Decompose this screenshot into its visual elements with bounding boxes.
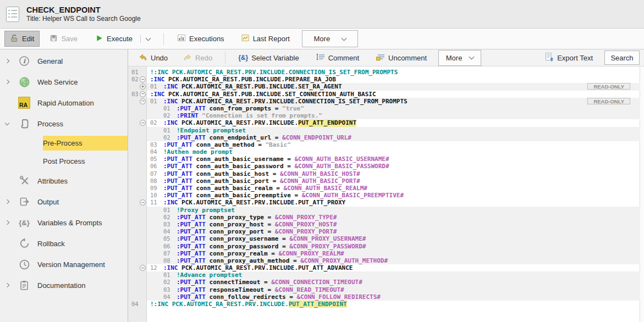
code-line[interactable]: 04:PUT_ATT conn_proxy_port = &CONN_PROXY…: [128, 228, 640, 235]
editor-more-dropdown[interactable]: More: [438, 50, 481, 66]
code-line[interactable]: 07:PUT_ATT conn_auth_basic_host = &CONN_…: [128, 170, 640, 177]
code-line[interactable]: 10:PUT_ATT conn_auth_basic_preemptive = …: [128, 192, 640, 199]
code-line-gutter: 01: [128, 69, 147, 76]
nested-line-number: 04: [163, 228, 171, 235]
code-line[interactable]: 03−:INC PCK.AUTOMIC_RA_REST.PUB.INCLUDE.…: [128, 91, 640, 98]
sidebar-item-rollback[interactable]: Rollback: [0, 233, 128, 254]
last-report-button[interactable]: Last Report: [235, 31, 295, 47]
code-line[interactable]: 01!:INC PCK.AUTOMIC_RA_REST.PRV.INCLUDE.…: [128, 69, 640, 76]
code-line[interactable]: 08:PUT_ATT conn_auth_basic_port = &CONN_…: [128, 177, 640, 185]
sidebar-item-process[interactable]: Process: [0, 113, 128, 134]
code-line[interactable]: 08:PUT_ATT conn_proxy_auth_method = &CON…: [128, 257, 640, 264]
collapse-icon[interactable]: −: [140, 91, 146, 97]
save-button[interactable]: Save: [44, 31, 83, 47]
nested-line-number: 08: [163, 257, 171, 264]
editor-toolbar: Undo Redo {&} Select Variable: [128, 49, 644, 66]
execute-button[interactable]: Execute: [90, 31, 156, 47]
sidebar-item-rapid-automation[interactable]: RARapid Automation: [0, 92, 128, 113]
collapse-icon[interactable]: −: [140, 265, 146, 271]
code-line[interactable]: 07:PUT_ATT conn_proxy_realm = &CONN_PROX…: [128, 250, 640, 257]
sidebar-item-pre-process[interactable]: Pre-Process: [0, 134, 128, 152]
code-line[interactable]: 01!Proxy promptset: [128, 207, 640, 214]
code-line[interactable]: 01!Endpoint promptset: [128, 127, 640, 134]
code-line[interactable]: 05:PUT_ATT conn_auth_basic_username = &C…: [128, 156, 640, 163]
code-line[interactable]: 04:PUT_ATT conn_follow_redirects = &CONN…: [128, 293, 640, 301]
code-line[interactable]: −01:INC PCK.AUTOMIC_RA_REST.PRV.INCLUDE.…: [128, 98, 640, 105]
redo-button[interactable]: Redo: [179, 51, 216, 65]
code-line-text: 08:PUT_ATT conn_proxy_auth_method = &CON…: [147, 257, 640, 264]
nested-line-number: 04: [163, 293, 171, 301]
nested-line-number: 09: [150, 185, 158, 192]
code-line[interactable]: 02:PUT_ATT conn_proxy_type = &CONN_PROXY…: [128, 214, 640, 221]
code-line[interactable]: 02:PRINT "Connection is set from prompts…: [128, 112, 640, 119]
read-only-badge: READ-ONLY: [587, 98, 630, 104]
chevron-right-icon[interactable]: [5, 220, 9, 225]
sidebar-item-label: Process: [37, 120, 63, 128]
comment-button[interactable]: Comment: [312, 51, 363, 65]
sidebar-item-variables-prompts[interactable]: {&}Variables & Prompts: [0, 212, 128, 233]
code-line[interactable]: 05:PUT_ATT conn_proxy_username = &CONN_P…: [128, 235, 640, 242]
collapse-icon[interactable]: −: [140, 76, 146, 82]
chevron-right-icon[interactable]: [5, 59, 9, 63]
code-line-text: 08:PUT_ATT conn_auth_basic_port = &CONN_…: [147, 177, 640, 185]
sidebar-item-documentation[interactable]: Documentation: [0, 275, 128, 296]
read-only-badge: READ-ONLY: [587, 83, 630, 90]
code-line[interactable]: 06:PUT_ATT conn_auth_basic_password = &C…: [128, 163, 640, 170]
code-line[interactable]: 02:PUT_ATT connectTimeout = &CONN_CONNEC…: [128, 279, 640, 286]
sidebar-item-web-service[interactable]: Web Service: [0, 71, 128, 92]
sidebar-item-post-process[interactable]: Post Process: [0, 152, 128, 170]
export-text-button[interactable]: Export Text: [541, 50, 597, 65]
uncomment-icon: [376, 53, 385, 63]
code-line[interactable]: 04!Authen mode prompt: [128, 148, 640, 156]
object-header: CHECK_ENDPOINT Title: Helper WS Call to …: [0, 0, 644, 29]
code-line[interactable]: 03:PUT_ATT responseTimeout = &CONN_READ_…: [128, 286, 640, 293]
code-line[interactable]: 01!Advance promptset: [128, 271, 640, 279]
scrollbar-track[interactable]: [640, 66, 644, 322]
execute-separator: [140, 35, 141, 43]
edit-button[interactable]: Edit: [4, 31, 40, 47]
info-icon: i: [15, 55, 33, 66]
chevron-right-icon[interactable]: [5, 199, 9, 204]
sidebar-item-output[interactable]: Output: [0, 191, 128, 212]
nested-line-number: 01: [150, 98, 158, 105]
code-line-text: 10:PUT_ATT conn_auth_basic_preemptive = …: [147, 192, 640, 199]
chevron-right-icon[interactable]: [5, 80, 9, 84]
code-line-gutter: −: [128, 120, 147, 126]
braces-icon: {&}: [19, 219, 30, 227]
code-line[interactable]: +01:INC PCK.AUTOMIC_RA_REST.PUB.INCLUDE.…: [128, 83, 640, 90]
more-dropdown[interactable]: More: [302, 30, 358, 47]
code-line-text: 01!Advance promptset: [147, 271, 640, 279]
code-line[interactable]: 01:PUT_ATT conn_from_prompts = "true": [128, 105, 640, 112]
sidebar-item-general[interactable]: iGeneral: [0, 51, 128, 71]
code-line[interactable]: −02:INC PCK.AUTOMIC_RA_REST.PRV.INCLUDE.…: [128, 119, 640, 126]
expand-icon[interactable]: +: [140, 84, 146, 90]
uncomment-button[interactable]: Uncomment: [372, 51, 431, 65]
sidebar-item-label: Rapid Automation: [37, 99, 94, 107]
code-line[interactable]: 04!:INC PCK.AUTOMIC_RA_REST.PRV.INCLUDE.…: [128, 301, 640, 308]
undo-button[interactable]: Undo: [135, 51, 172, 65]
code-line[interactable]: −12:INC PCK.AUTOMIC_RA_REST.PRV.INCLUDE.…: [128, 264, 640, 271]
nested-line-number: 11: [150, 199, 158, 206]
code-line[interactable]: 03:PUT_ATT conn_auth_method = "Basic": [128, 141, 640, 148]
executions-button[interactable]: Executions: [172, 31, 230, 47]
code-line[interactable]: 03:PUT_ATT conn_proxy_host = &CONN_PROXY…: [128, 221, 640, 228]
sidebar-item-version-management[interactable]: Version Management: [0, 254, 128, 275]
execute-dropdown-chevron[interactable]: [146, 35, 151, 41]
search-button[interactable]: Search: [604, 51, 640, 65]
chevron-down-icon[interactable]: [5, 120, 9, 125]
collapse-icon[interactable]: −: [140, 120, 146, 126]
select-variable-button[interactable]: {&} Select Variable: [234, 52, 303, 64]
code-line[interactable]: 09:PUT_ATT conn_auth_basic_realm = &CONN…: [128, 185, 640, 192]
collapse-icon[interactable]: −: [140, 199, 146, 206]
code-line[interactable]: 06:PUT_ATT conn_proxy_password = &CONN_P…: [128, 243, 640, 250]
sidebar-item-attributes[interactable]: Attributes: [0, 170, 128, 191]
process-icon: [15, 118, 33, 130]
ra-icon: RA: [15, 97, 33, 109]
code-line[interactable]: 02−:INC PCK.AUTOMIC_RA_REST.PUB.INCLUDE.…: [128, 76, 640, 83]
script-editor[interactable]: 01!:INC PCK.AUTOMIC_RA_REST.PRV.INCLUDE.…: [128, 66, 644, 322]
collapse-icon[interactable]: −: [140, 98, 146, 104]
code-line[interactable]: 02:PUT_ATT conn_endpoint_url = &CONN_END…: [128, 134, 640, 141]
chevron-right-icon[interactable]: [5, 283, 9, 287]
code-line[interactable]: −11:INC PCK.AUTOMIC_RA_REST.PRV.INCLUDE.…: [128, 199, 640, 206]
export-text-icon: [544, 52, 554, 63]
